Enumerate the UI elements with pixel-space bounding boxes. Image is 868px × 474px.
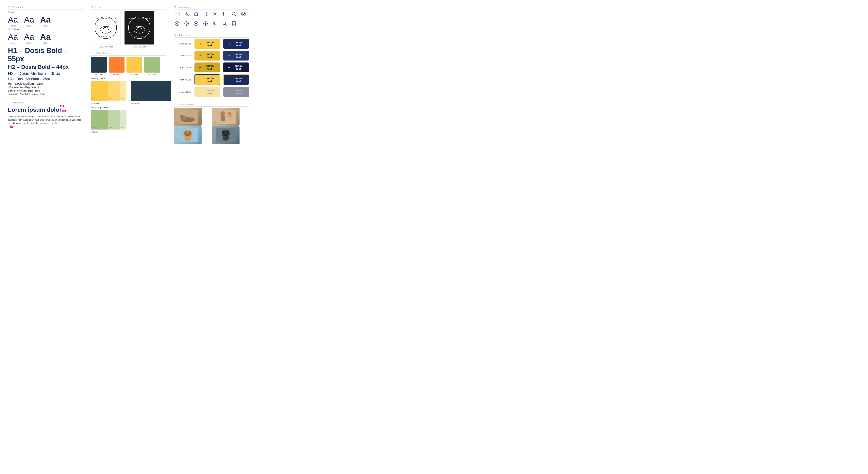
bookmark-icon bbox=[231, 20, 237, 27]
svg-point-20 bbox=[232, 12, 235, 15]
video-icon bbox=[203, 11, 209, 17]
green-75: 75% bbox=[91, 110, 108, 129]
svg-point-18 bbox=[216, 13, 216, 13]
paragraph-section: 02 Paragraph Lorem ipsum dolor 12 12 Lor… bbox=[8, 101, 83, 129]
image-sample-section-title: 07 Image Sample bbox=[174, 103, 249, 107]
colour-palette-section-title: 04 Colour Palette bbox=[91, 52, 166, 56]
upload-icon bbox=[193, 20, 199, 27]
disabled-yellow-button[interactable]: → button text bbox=[194, 87, 220, 97]
noto-samples: Aa Light Aa Medium Aa Bold bbox=[8, 33, 83, 44]
svg-point-5 bbox=[106, 26, 107, 27]
home-icon bbox=[193, 11, 199, 17]
logo-section-title: 03 Logo bbox=[91, 6, 166, 10]
back-icon bbox=[174, 20, 180, 27]
typography-section-title: 01 Typography bbox=[8, 6, 83, 10]
green-50: 50% bbox=[108, 110, 120, 129]
search-icon bbox=[231, 11, 237, 17]
image-dark-dog bbox=[212, 126, 240, 144]
dosis-samples: Aa Regular Aa Medium Aa Bold bbox=[8, 16, 83, 27]
svg-line-21 bbox=[235, 14, 236, 16]
iconography-section: 05 Iconography bbox=[174, 6, 249, 30]
dosis-medium-sample: Aa Medium bbox=[24, 16, 34, 27]
svg-point-39 bbox=[180, 115, 183, 118]
zoom-out-icon bbox=[221, 20, 228, 27]
svg-line-30 bbox=[216, 24, 217, 26]
svg-point-54 bbox=[222, 130, 225, 134]
forward-icon bbox=[183, 20, 190, 27]
color-swatches: #233D4D #FE7F2D #FCCA46 #A1C181 bbox=[91, 57, 166, 75]
swatch-green: #A1C181 bbox=[144, 57, 160, 75]
h2-sample: H2 – Dosis Bold – 44px bbox=[8, 64, 83, 70]
default-yellow-button[interactable]: → button text bbox=[194, 39, 220, 49]
green-secondary-block: 75% 50% 25% bbox=[91, 110, 126, 129]
press-dark-button[interactable]: → button text bbox=[223, 62, 249, 72]
active-yellow-button[interactable]: → button text bbox=[194, 75, 220, 85]
h5-sample: H5 – Dosis Medium – 23px bbox=[8, 82, 83, 85]
noto-label: Noto Sans bbox=[8, 28, 83, 31]
paragraph-badge-3: 12 bbox=[10, 125, 13, 128]
svg-point-42 bbox=[220, 111, 225, 116]
logo-dark-box: MISSISAUGA HUMANE SOCIETY LOGO on Dark bbox=[125, 11, 154, 48]
download-icon bbox=[203, 20, 209, 27]
logo-white-svg: MISSISAUGA HUMANE SOCIETY bbox=[94, 16, 118, 39]
svg-rect-41 bbox=[216, 110, 236, 124]
swatch-yellow: #FCCA46 bbox=[126, 57, 142, 75]
swatch-dark-color bbox=[91, 57, 107, 72]
logo-row: MISSISAUGA HUMANE SOCIETY LOGO on White bbox=[91, 11, 166, 48]
paragraph-section-title: 02 Paragraph bbox=[8, 101, 83, 105]
h6-sample: H6 – Noto Sans Regular – 18px bbox=[8, 86, 83, 89]
svg-text:MISSISAUGA HUMANE: MISSISAUGA HUMANE bbox=[95, 18, 116, 20]
noto-light-sample: Aa Light bbox=[8, 33, 18, 44]
logo-white-label: LOGO on White bbox=[99, 46, 113, 48]
svg-rect-16 bbox=[213, 12, 217, 16]
svg-point-17 bbox=[214, 13, 216, 15]
svg-point-0 bbox=[95, 17, 117, 38]
logo-dark-bg: MISSISAUGA HUMANE SOCIETY bbox=[125, 11, 154, 45]
active-dark-button[interactable]: → button text bbox=[223, 75, 249, 85]
noto-medium-sample: Aa Medium bbox=[24, 33, 34, 44]
zoom-in-icon bbox=[212, 20, 218, 27]
logo-dark-svg: MISSISAUGA HUMANE SOCIETY bbox=[127, 16, 151, 39]
primary-colors-label: Primary Colors bbox=[91, 77, 166, 80]
h4-sample: H4 – Dosis Medium – 28px bbox=[8, 77, 83, 81]
svg-point-10 bbox=[137, 26, 139, 28]
button-style-section: 06 Button Style Default State → button t… bbox=[174, 34, 249, 99]
svg-line-34 bbox=[225, 24, 226, 26]
icon-grid: f bbox=[174, 11, 249, 27]
svg-point-40 bbox=[190, 116, 194, 118]
green-25: 25% bbox=[120, 110, 126, 129]
press-yellow-button[interactable]: → button text bbox=[194, 62, 220, 72]
image-dog-portrait bbox=[174, 126, 202, 144]
image-dog-sleeping bbox=[174, 108, 202, 125]
disabled-dark-button[interactable]: → button text bbox=[223, 87, 249, 97]
email-icon bbox=[174, 11, 180, 17]
swatch-green-color bbox=[144, 57, 160, 72]
button-style-section-title: 06 Button Style bbox=[174, 34, 249, 37]
active-state-row: Active State → button text → button text bbox=[174, 75, 249, 85]
swatch-orange: #FE7F2D bbox=[109, 57, 125, 75]
check-icon bbox=[240, 11, 247, 17]
paragraph-badge-2: 12 bbox=[62, 110, 66, 112]
h3-sample: H3 – Dosis Medium – 35px bbox=[8, 71, 83, 76]
svg-point-57 bbox=[222, 136, 229, 141]
phone-icon bbox=[183, 11, 190, 17]
heading-samples: H1 – Dosis Bold – 55px H2 – Dosis Bold –… bbox=[8, 47, 83, 95]
default-dark-button[interactable]: → button text bbox=[223, 39, 249, 49]
svg-point-22 bbox=[242, 12, 245, 16]
svg-rect-43 bbox=[221, 116, 225, 121]
hover-yellow-button[interactable]: → button text bbox=[194, 51, 220, 60]
iconography-section-title: 05 Iconography bbox=[174, 6, 249, 10]
paragraph-heading: Lorem ipsum dolor 12 bbox=[8, 107, 62, 113]
image-person-with-cat bbox=[212, 108, 240, 125]
dosis-label: Dosis bbox=[8, 11, 83, 13]
typography-section: 01 Typography Dosis Aa Regular Aa Medium… bbox=[8, 6, 83, 97]
svg-text:f: f bbox=[222, 12, 224, 17]
yellow-25: 25% bbox=[120, 81, 126, 101]
yellow-primary-block: 75% 50% 25% bbox=[91, 81, 126, 101]
noto-bold-sample: Aa Bold bbox=[40, 33, 51, 44]
svg-point-11 bbox=[140, 26, 141, 27]
svg-point-23 bbox=[175, 22, 179, 26]
svg-point-45 bbox=[228, 112, 231, 115]
hover-dark-button[interactable]: → button text bbox=[223, 51, 249, 60]
default-state-row: Default State → button text → button tex… bbox=[174, 39, 249, 49]
